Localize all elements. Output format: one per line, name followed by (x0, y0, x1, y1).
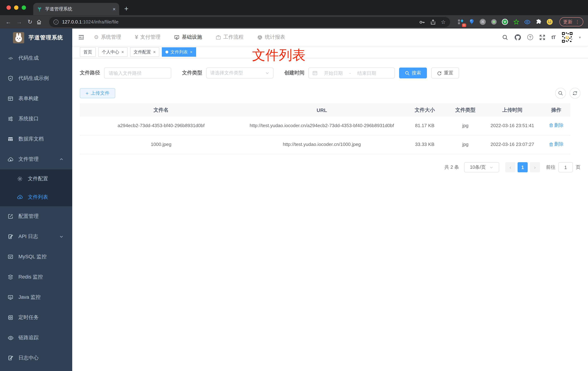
page-size-value: 10条/页 (470, 164, 486, 171)
search-button[interactable]: 搜索 (399, 68, 427, 78)
tag-file-list[interactable]: 文件列表 × (162, 47, 196, 57)
sidebar-item-redis-monitor[interactable]: Redis 监控 (0, 267, 72, 287)
sidebar-item-trace[interactable]: 链路追踪 (0, 328, 72, 348)
ext-puzzle-icon[interactable] (535, 19, 542, 25)
ext-emoji-icon[interactable] (546, 19, 553, 25)
upload-file-button[interactable]: + 上传文件 (80, 88, 115, 98)
tag-home[interactable]: 首页 (80, 47, 96, 57)
ext-balloon-icon[interactable] (468, 19, 475, 25)
top-nav-reports[interactable]: 统计报表 (257, 34, 285, 41)
github-icon[interactable] (514, 34, 521, 41)
top-nav-infra[interactable]: 基础设施 (174, 34, 202, 41)
file-path-input[interactable] (104, 68, 171, 78)
new-tab-button[interactable]: + (124, 5, 128, 13)
ext-command-icon[interactable]: ⌘ (480, 19, 486, 25)
reload-icon[interactable]: ↻ (25, 18, 35, 25)
search-icon[interactable] (502, 34, 508, 40)
bookmark-star-icon[interactable]: ☆ (441, 19, 446, 25)
sidebar-item-file-management[interactable]: 文件管理 (0, 149, 72, 170)
cell-file-size: 33.33 KB (401, 135, 448, 154)
date-range-picker[interactable]: - (308, 68, 395, 78)
sidebar-item-db-doc[interactable]: 数据库文档 (0, 129, 72, 149)
avatar-caret-down-icon[interactable]: ▾ (579, 35, 581, 39)
document-edit-icon (7, 234, 14, 240)
forward-icon[interactable]: → (14, 19, 24, 25)
log-edit-icon (7, 355, 14, 361)
favicon-plant-icon (37, 6, 42, 12)
fullscreen-icon[interactable] (539, 34, 545, 40)
sidebar-item-label: 系统接口 (18, 116, 39, 122)
tag-profile[interactable]: 个人中心 × (98, 47, 127, 57)
delete-button[interactable]: 删除 (549, 122, 564, 129)
file-path-label: 文件路径 (80, 70, 100, 76)
sidebar-menu: </> 代码生成 代码生成示例 表单构建 (0, 47, 72, 368)
tab-close-icon[interactable]: × (113, 6, 116, 12)
sidebar-logo[interactable]: 芋道管理系统 (0, 29, 72, 47)
goto-page-unit: 页 (576, 164, 580, 171)
sidebar-item-mysql-monitor[interactable]: MySQL 监控 (0, 247, 72, 267)
sidebar-item-form-builder[interactable]: 表单构建 (0, 88, 72, 109)
ext-record-icon[interactable] (491, 19, 497, 25)
font-size-icon[interactable]: tT (552, 34, 556, 40)
end-date-input[interactable] (354, 70, 380, 76)
browser-update-button[interactable]: 更新 ⋮ (559, 17, 583, 26)
address-bar[interactable]: i 127.0.0.1:1024/infra/file/file ☆ (49, 17, 450, 27)
tag-file-config[interactable]: 文件配置 × (130, 47, 159, 57)
reset-button[interactable]: 重置 (431, 68, 459, 78)
tags-view: 首页 个人中心 × 文件配置 × 文件列表 × (72, 46, 588, 58)
refresh-table-button[interactable] (570, 88, 580, 99)
sidebar-item-log-center[interactable]: 日志中心 (0, 348, 72, 368)
sidebar-item-api-log[interactable]: API 日志 (0, 226, 72, 247)
sidebar-item-code-demo[interactable]: 代码生成示例 (0, 68, 72, 88)
sidebar-item-file-config[interactable]: 文件配置 (0, 170, 72, 188)
home-icon[interactable] (36, 19, 45, 25)
back-icon[interactable]: ← (4, 19, 13, 25)
collapse-sidebar-icon[interactable] (78, 34, 84, 41)
top-nav-system[interactable]: ⚙ 系统管理 (94, 34, 121, 41)
window-zoom-button[interactable] (22, 5, 26, 10)
ext-eye-icon[interactable] (524, 19, 531, 25)
ext-v-icon[interactable] (502, 19, 508, 25)
cell-upload-time: 2022-03-16 23:51:41 (483, 117, 542, 135)
browser-toolbar: ← → ↻ i 127.0.0.1:1024/infra/file/file ☆ (0, 15, 588, 29)
sidebar-item-system-api[interactable]: 系统接口 (0, 109, 72, 129)
browser-menu-kebab-icon[interactable]: ⋮ (575, 19, 580, 25)
prev-page-button[interactable]: ‹ (505, 162, 515, 172)
goto-page-input[interactable] (558, 162, 573, 172)
sidebar-item-file-list[interactable]: 文件列表 (0, 188, 72, 206)
window-minimize-button[interactable] (14, 5, 18, 10)
browser-tab[interactable]: 芋道管理系统 × (33, 3, 119, 15)
help-icon[interactable]: ? (527, 34, 533, 40)
page-size-select[interactable]: 10条/页 (464, 162, 499, 172)
file-type-select[interactable]: 请选择文件类型 (206, 68, 273, 78)
top-nav-payment[interactable]: ¥ 支付管理 (135, 34, 160, 41)
tag-close-icon[interactable]: × (121, 50, 124, 54)
tag-label: 文件配置 (134, 49, 151, 55)
password-key-icon[interactable] (419, 19, 425, 25)
share-icon[interactable] (430, 19, 436, 25)
next-page-button[interactable]: › (530, 162, 540, 172)
start-date-input[interactable] (320, 70, 346, 76)
pagination-total: 共 2 条 (444, 164, 459, 171)
tag-close-icon[interactable]: × (190, 50, 192, 54)
gear-icon: ⚙ (94, 34, 99, 41)
delete-button[interactable]: 删除 (549, 140, 564, 148)
sidebar-item-config-management[interactable]: 配置管理 (0, 206, 72, 226)
top-nav-workflow[interactable]: 工作流程 (216, 34, 244, 41)
page-1-button[interactable]: 1 (518, 162, 528, 172)
window-close-button[interactable] (7, 5, 11, 10)
sidebar-item-code-generation[interactable]: </> 代码生成 (0, 48, 72, 68)
sidebar-item-label: 日志中心 (18, 355, 39, 361)
sidebar: 芋道管理系统 </> 代码生成 代码生成示例 表单构建 (0, 29, 72, 371)
ext-star-icon[interactable] (513, 19, 519, 25)
ext-pinned-icon[interactable]: 11 (457, 19, 464, 25)
tag-close-icon[interactable]: × (153, 50, 156, 54)
avatar-qr-code[interactable] (562, 32, 573, 43)
extensions: 11 ⌘ (457, 19, 553, 25)
sidebar-item-java-monitor[interactable]: Java 监控 (0, 287, 72, 307)
site-info-icon[interactable]: i (53, 19, 59, 24)
top-nav-label: 统计报表 (265, 34, 285, 41)
sidebar-item-scheduled-tasks[interactable]: 定时任务 (0, 307, 72, 328)
show-search-toggle-button[interactable] (555, 88, 566, 99)
sidebar-item-label: 文件列表 (28, 194, 48, 200)
